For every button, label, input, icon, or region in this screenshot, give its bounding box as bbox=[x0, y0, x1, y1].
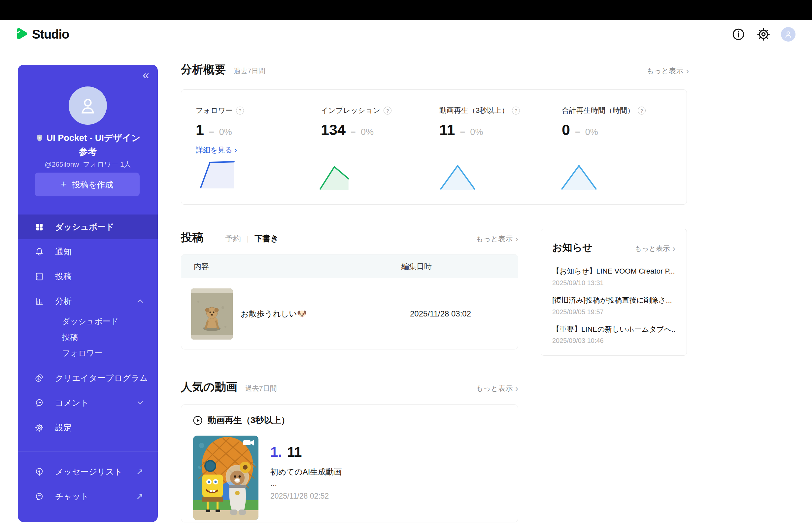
stat-value: 1 bbox=[196, 121, 204, 138]
stat-impressions: インプレッション ? 134 − 0% bbox=[321, 106, 391, 138]
chevron-right-icon: › bbox=[234, 146, 237, 154]
video-thumbnail-image[interactable] bbox=[193, 436, 259, 520]
announcement-date: 2025/09/05 19:57 bbox=[552, 308, 675, 316]
chevron-right-icon: › bbox=[515, 235, 518, 243]
announcement-title: [復旧済み]投稿が投稿直後に削除さ... bbox=[552, 295, 675, 306]
brand-name: Studio bbox=[32, 27, 69, 42]
overview-title: 分析概要 bbox=[181, 62, 226, 77]
profile-handle: @265ilonw フォロワー 1人 bbox=[25, 160, 151, 169]
sidebar-item-chat[interactable]: チャット ↗ bbox=[18, 484, 158, 509]
help-icon[interactable]: ? bbox=[512, 107, 520, 115]
post-thumbnail-image[interactable] bbox=[191, 289, 233, 340]
video-play-count: 11 bbox=[287, 444, 302, 460]
video-title-ellipsis: ... bbox=[270, 479, 342, 488]
sidebar-subitem-analytics-followers[interactable]: フォロワー bbox=[18, 345, 158, 361]
announcement-date: 2025/09/03 10:46 bbox=[552, 337, 675, 344]
video-plays-sparkline bbox=[438, 163, 477, 190]
profile-followers: フォロワー 1人 bbox=[83, 160, 131, 168]
delta-dash: − bbox=[350, 127, 356, 137]
announcements-more-link[interactable]: もっと表示› bbox=[635, 244, 675, 253]
overview-stats-card: フォロワー ? 1 − 0% 詳細を見る› インプレッション ? 134 − 0… bbox=[181, 89, 687, 205]
sidebar-subitem-analytics-dashboard[interactable]: ダッシュボード bbox=[18, 313, 158, 329]
verified-shield-icon: ★ bbox=[35, 133, 44, 146]
gear-icon bbox=[34, 423, 44, 432]
sidebar-item-settings[interactable]: 設定 bbox=[18, 415, 158, 440]
brand-logo[interactable]: Studio bbox=[16, 27, 69, 42]
sidebar-item-comments[interactable]: コメント bbox=[18, 391, 158, 415]
sidebar-collapse-icon[interactable]: « bbox=[143, 69, 149, 81]
delta-dash: − bbox=[460, 127, 465, 137]
announcements-panel: お知らせ もっと表示› 【お知らせ】LINE VOOM Creator P...… bbox=[541, 229, 687, 356]
header-actions bbox=[731, 27, 796, 42]
popular-videos-period: 過去7日間 bbox=[245, 384, 277, 393]
table-row[interactable]: お散歩うれしい🐶 2025/11/28 03:02 bbox=[181, 278, 518, 350]
popular-videos-more-link[interactable]: もっと表示› bbox=[476, 383, 518, 393]
video-rank: 1. bbox=[270, 444, 282, 460]
delta-dash: − bbox=[209, 127, 214, 137]
gear-icon[interactable] bbox=[756, 27, 771, 42]
impressions-sparkline bbox=[319, 163, 352, 190]
tab-scheduled[interactable]: 予約 bbox=[225, 233, 241, 244]
posts-section-header: 投稿 予約 | 下書き もっと表示› bbox=[181, 230, 518, 245]
help-icon[interactable]: ? bbox=[638, 107, 646, 115]
posts-more-link[interactable]: もっと表示› bbox=[476, 234, 518, 244]
external-link-icon: ↗ bbox=[136, 467, 143, 477]
top-black-bar bbox=[0, 0, 812, 20]
stat-value: 134 bbox=[321, 121, 346, 138]
info-icon[interactable] bbox=[731, 27, 746, 42]
stat-delta: 0% bbox=[585, 127, 598, 137]
sidebar-item-notifications[interactable]: 通知 bbox=[18, 239, 158, 264]
bell-icon bbox=[34, 247, 44, 257]
chevron-right-icon: › bbox=[672, 244, 675, 253]
popular-videos-title: 人気の動画 bbox=[181, 380, 237, 395]
comment-icon bbox=[34, 398, 44, 408]
plus-icon: + bbox=[61, 178, 67, 190]
sidebar-item-dashboard[interactable]: ダッシュボード bbox=[18, 215, 158, 239]
help-icon[interactable]: ? bbox=[236, 107, 244, 115]
popular-videos-card: 動画再生（3秒以上） bbox=[181, 404, 518, 523]
sidebar-subitem-analytics-posts[interactable]: 投稿 bbox=[18, 329, 158, 345]
overview-section-header: 分析概要 過去7日間 もっと表示› bbox=[181, 62, 689, 77]
stat-video-plays: 動画再生（3秒以上） ? 11 − 0% bbox=[439, 106, 520, 138]
popular-videos-section-header: 人気の動画 過去7日間 もっと表示› bbox=[181, 380, 518, 395]
chevron-up-icon bbox=[137, 299, 143, 303]
tab-separator: | bbox=[247, 235, 249, 243]
delta-dash: − bbox=[575, 127, 580, 137]
analytics-icon bbox=[34, 296, 44, 306]
tab-drafts[interactable]: 下書き bbox=[255, 233, 279, 244]
posts-title: 投稿 bbox=[181, 230, 203, 245]
list-item[interactable]: 【お知らせ】LINE VOOM Creator P... 2025/09/10 … bbox=[552, 266, 675, 287]
see-details-link[interactable]: 詳細を見る› bbox=[196, 145, 244, 155]
column-content: 内容 bbox=[181, 261, 401, 272]
sidebar-item-message-list[interactable]: メッセージリスト ↗ bbox=[18, 459, 158, 484]
help-icon[interactable]: ? bbox=[383, 107, 391, 115]
profile-avatar[interactable] bbox=[69, 86, 107, 125]
svg-text:★: ★ bbox=[38, 136, 41, 140]
column-edited: 編集日時 bbox=[401, 261, 432, 272]
chevron-right-icon: › bbox=[686, 67, 689, 75]
list-item[interactable]: [復旧済み]投稿が投稿直後に削除さ... 2025/09/05 19:57 bbox=[552, 295, 675, 316]
coin-icon: $ bbox=[34, 373, 44, 383]
play-circle-icon bbox=[192, 415, 203, 426]
sidebar-item-analytics[interactable]: 分析 bbox=[18, 289, 158, 313]
video-date: 2025/11/28 02:52 bbox=[270, 492, 342, 501]
announcement-title: 【お知らせ】LINE VOOM Creator P... bbox=[552, 266, 675, 277]
video-title[interactable]: 初めてのAI生成動画 bbox=[270, 467, 342, 477]
svg-text:$: $ bbox=[37, 377, 40, 381]
overview-more-link[interactable]: もっと表示› bbox=[647, 66, 689, 76]
stat-delta: 0% bbox=[470, 127, 483, 137]
posts-table-header: 内容 編集日時 bbox=[181, 254, 518, 278]
studio-logo-icon bbox=[16, 27, 28, 42]
sidebar-item-posts[interactable]: 投稿 bbox=[18, 264, 158, 289]
stat-watch-time: 合計再生時間（時間） ? 0 − 0% bbox=[562, 106, 646, 138]
user-avatar[interactable] bbox=[781, 27, 796, 42]
stat-followers: フォロワー ? 1 − 0% 詳細を見る› bbox=[196, 106, 244, 155]
chevron-right-icon: › bbox=[515, 384, 518, 393]
external-link-icon: ↗ bbox=[136, 492, 143, 502]
create-post-button[interactable]: + 投稿を作成 bbox=[35, 173, 140, 196]
list-item[interactable]: 【重要】LINEの新しいホームタブへ... 2025/09/03 10:46 bbox=[552, 324, 675, 345]
overview-period: 過去7日間 bbox=[234, 66, 265, 76]
stat-value: 11 bbox=[439, 121, 455, 138]
posts-table: 内容 編集日時 bbox=[181, 254, 518, 350]
sidebar-item-creator-program[interactable]: $ クリエイタープログラム bbox=[18, 366, 158, 391]
